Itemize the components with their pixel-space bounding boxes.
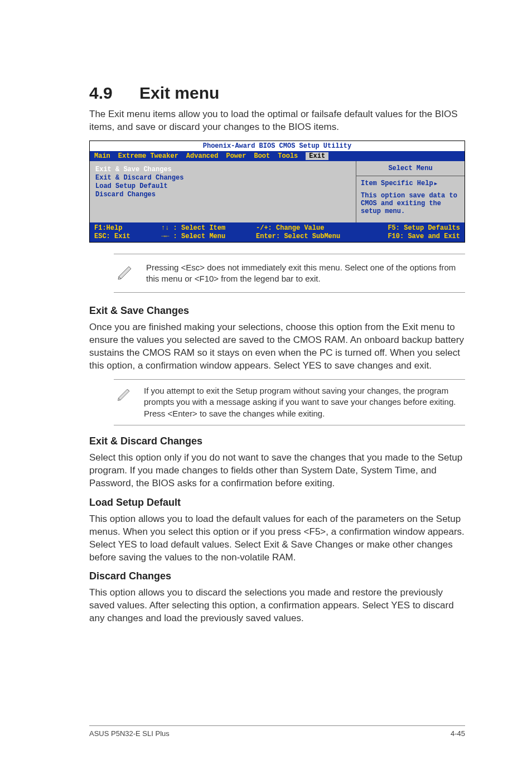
bios-tab-exit: Exit: [306, 152, 328, 160]
bios-footer: F1:Help ↑↓ : Select Item -/+: Change Val…: [90, 222, 465, 242]
bios-tab-bar: Main Extreme Tweaker Advanced Power Boot…: [90, 151, 465, 161]
bios-item-load-default: Load Setup Default: [95, 182, 350, 190]
bios-item-exit-discard: Exit & Discard Changes: [95, 174, 350, 182]
bios-right-panel: Select Menu Item Specific Help This opti…: [356, 161, 465, 222]
bios-footer-esc: ESC: Exit: [94, 233, 161, 240]
bios-tab-boot: Boot: [254, 152, 270, 160]
bios-right-header: Select Menu: [356, 161, 465, 176]
pencil-icon: [116, 262, 135, 281]
bios-tab-power: Power: [226, 152, 246, 160]
section2-body: Select this option only if you do not wa…: [89, 452, 465, 490]
bios-footer-f5: F5: Setup Defaults: [367, 224, 460, 232]
section3-body: This option allows you to load the defau…: [89, 513, 465, 564]
footer-right: 4-45: [451, 729, 465, 738]
heading-title: Exit menu: [139, 84, 219, 102]
bios-right-desc: This option save data to CMOS and exitin…: [361, 192, 457, 215]
section1-title: Exit & Save Changes: [89, 305, 465, 317]
bios-right-item: Item Specific Help: [361, 180, 437, 187]
bios-footer-change: -/+: Change Value: [256, 224, 367, 232]
bios-footer-f1: F1:Help: [94, 224, 161, 232]
note-text-2: If you attempt to exit the Setup program…: [144, 385, 463, 419]
bios-footer-leftright: →← : Select Menu: [161, 233, 256, 240]
section4-title: Discard Changes: [89, 570, 465, 582]
note-box-1: Pressing <Esc> does not immediately exit…: [114, 254, 465, 293]
bios-tab-main: Main: [94, 152, 110, 160]
bios-item-discard: Discard Changes: [95, 191, 350, 199]
bios-item-exit-save: Exit & Save Changes: [95, 166, 350, 173]
section2-title: Exit & Discard Changes: [89, 435, 465, 447]
bios-right-body: Item Specific Help This option save data…: [356, 176, 465, 222]
section3-title: Load Setup Default: [89, 497, 465, 509]
bios-footer-f10: F10: Save and Exit: [367, 233, 460, 240]
bios-footer-enter: Enter: Select SubMenu: [256, 233, 367, 240]
bios-footer-updown: ↑↓ : Select Item: [161, 224, 256, 232]
bios-tab-advanced: Advanced: [186, 152, 219, 160]
bios-left-panel: Exit & Save Changes Exit & Discard Chang…: [90, 161, 356, 222]
page-heading: 4.9Exit menu: [89, 84, 465, 103]
footer-left: ASUS P5N32-E SLI Plus: [89, 729, 170, 738]
bios-body: Exit & Save Changes Exit & Discard Chang…: [90, 161, 465, 222]
section4-body: This option allows you to discard the se…: [89, 587, 465, 625]
bios-tab-tools: Tools: [278, 152, 298, 160]
heading-number: 4.9: [89, 84, 139, 103]
section1-body: Once you are finished making your select…: [89, 321, 465, 372]
page-footer: ASUS P5N32-E SLI Plus 4-45: [89, 725, 465, 738]
intro-paragraph: The Exit menu items allow you to load th…: [89, 108, 465, 134]
note-text-1: Pressing <Esc> does not immediately exit…: [146, 262, 463, 285]
note-box-2: If you attempt to exit the Setup program…: [114, 379, 465, 425]
bios-title: Phoenix-Award BIOS CMOS Setup Utility: [90, 141, 465, 151]
bios-tab-extreme: Extreme Tweaker: [118, 152, 178, 160]
pencil-icon: [116, 385, 133, 402]
bios-screenshot: Phoenix-Award BIOS CMOS Setup Utility Ma…: [89, 141, 465, 243]
